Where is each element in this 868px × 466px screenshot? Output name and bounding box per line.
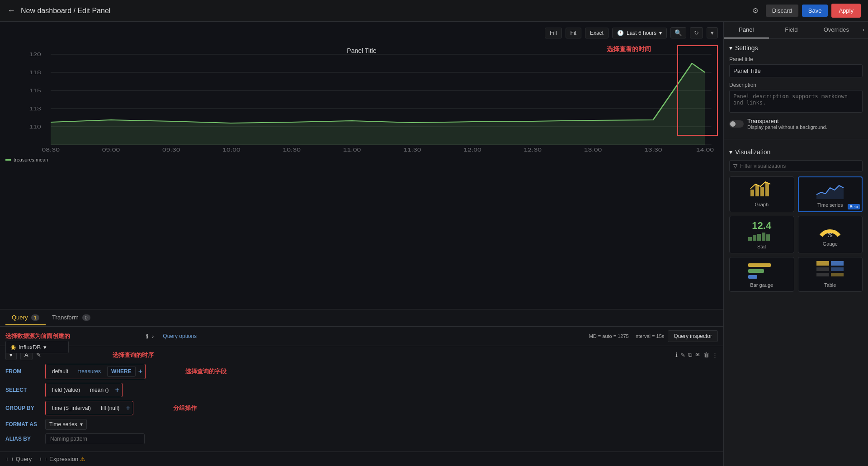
apply-button[interactable]: Apply	[831, 4, 861, 18]
select-row: SELECT field (value) mean () +	[5, 383, 718, 397]
topbar: ← New dashboard / Edit Panel ⚙ Discard S…	[0, 0, 868, 22]
datasource-label: InfluxDB	[19, 344, 41, 351]
svg-text:118: 118	[29, 70, 41, 75]
viz-gauge-label: Gauge	[802, 241, 859, 247]
settings-title: ▾ Settings	[729, 44, 863, 52]
svg-rect-25	[755, 185, 759, 196]
query-icon-6[interactable]: ⋮	[712, 352, 718, 359]
fit-button[interactable]: Fit	[566, 28, 581, 38]
alias-input[interactable]	[45, 433, 145, 444]
right-tab-panel[interactable]: Panel	[724, 22, 769, 38]
format-select[interactable]: Time series ▾	[45, 419, 87, 430]
query-options-link[interactable]: Query options	[157, 331, 202, 342]
influxdb-icon: ◉	[10, 343, 16, 351]
chart-container: 120 118 115 113 110 08:30 09:00 09:30 10…	[5, 45, 718, 163]
collapse-viz-icon[interactable]: ▾	[729, 148, 732, 156]
viz-graph-label: Graph	[733, 202, 790, 207]
svg-rect-26	[760, 187, 764, 196]
chevron-down-icon: ▾	[43, 344, 47, 351]
viz-timeseries[interactable]: Time series Beta	[798, 176, 863, 212]
info-icon[interactable]: ℹ	[146, 333, 148, 340]
add-group-button[interactable]: +	[126, 404, 130, 412]
aliasBy-label: ALIAS BY	[5, 436, 42, 442]
svg-marker-23	[51, 63, 705, 145]
query-badge: 1	[31, 314, 39, 321]
table-preview-svg	[816, 261, 844, 279]
filter-icon: ▽	[733, 163, 737, 169]
more-button[interactable]: ▾	[707, 27, 718, 38]
svg-text:13:30: 13:30	[644, 147, 662, 152]
groupby-label: GROUP BY	[5, 405, 42, 411]
save-button[interactable]: Save	[802, 5, 828, 17]
query-inspector-button[interactable]: Query inspector	[668, 330, 718, 342]
add-expression-button[interactable]: + + Expression ⚠	[39, 456, 85, 462]
beta-badge: Beta	[848, 204, 860, 209]
groupby-row: GROUP BY time ($_interval) fill (null) +…	[5, 401, 718, 415]
refresh-button[interactable]: ↻	[690, 27, 703, 38]
viz-graph[interactable]: Graph	[729, 176, 794, 212]
settings-icon[interactable]: ⚙	[752, 6, 759, 15]
collapse-settings-icon[interactable]: ▾	[729, 44, 732, 52]
query-a-row: ▾ A ✎ 选择查询的时序 ℹ ✎ ⧉ 👁 🗑 ⋮	[5, 350, 718, 360]
query-icon-4[interactable]: 👁	[695, 352, 701, 359]
svg-rect-42	[816, 273, 829, 276]
add-select-button[interactable]: +	[115, 386, 119, 394]
right-tab-overrides[interactable]: Overrides	[814, 22, 859, 38]
query-icon-2[interactable]: ✎	[680, 352, 685, 359]
plus-icon: +	[5, 456, 9, 462]
svg-text:11:30: 11:30	[403, 147, 421, 152]
formatas-row: FORMAT AS Time series ▾	[5, 419, 718, 430]
legend-color	[5, 159, 11, 161]
viz-gauge[interactable]: 79 Gauge	[798, 216, 863, 253]
time-selector[interactable]: 🕐 Last 6 hours ▾	[612, 28, 667, 38]
select-field[interactable]: field (value)	[48, 385, 84, 395]
from-default[interactable]: default	[48, 366, 72, 376]
svg-rect-39	[831, 261, 844, 266]
viz-bargauge[interactable]: Bar gauge	[729, 257, 794, 292]
description-textarea[interactable]	[729, 90, 863, 113]
query-icon-5[interactable]: 🗑	[703, 352, 709, 359]
panel-area: Fill Fit Exact 🕐 Last 6 hours ▾ 🔍 ↻ ▾ 选择…	[0, 22, 723, 466]
format-value: Time series	[49, 421, 77, 428]
svg-rect-43	[831, 273, 844, 276]
tab-query[interactable]: Query 1	[5, 310, 46, 325]
group-fill[interactable]: fill (null)	[97, 403, 123, 413]
back-button[interactable]: ←	[7, 6, 15, 15]
datasource-select[interactable]: ◉ InfluxDB ▾	[5, 341, 69, 353]
select-box: field (value) mean () +	[45, 383, 123, 397]
expand-right-icon[interactable]: ›	[859, 22, 868, 38]
svg-rect-38	[816, 261, 829, 266]
svg-rect-36	[748, 269, 764, 273]
query-icon-3[interactable]: ⧉	[688, 352, 692, 359]
viz-stat[interactable]: 12.4 Stat	[729, 216, 794, 253]
chart-legend: treasures.mean	[5, 157, 718, 162]
graph-toolbar: Fill Fit Exact 🕐 Last 6 hours ▾ 🔍 ↻ ▾	[545, 27, 718, 38]
datasource-row: 选择数据源为前面创建的 ◉ InfluxDB ▾ ℹ › Query optio…	[0, 327, 723, 346]
right-tab-field[interactable]: Field	[769, 22, 814, 38]
viz-table[interactable]: Table	[798, 257, 863, 292]
description-label: Description	[729, 82, 863, 88]
panel-title-input[interactable]	[729, 64, 863, 77]
viz-filter[interactable]: ▽ Filter visualizations	[729, 160, 863, 172]
transparent-toggle[interactable]	[729, 120, 744, 128]
query-icon-1[interactable]: ℹ	[675, 352, 678, 359]
zoom-button[interactable]: 🔍	[670, 27, 686, 38]
annotation-timeseries: 选择查询的时序	[113, 351, 154, 359]
exact-button[interactable]: Exact	[585, 28, 609, 38]
group-time[interactable]: time ($_interval)	[48, 403, 94, 413]
svg-rect-29	[748, 237, 752, 241]
from-label: FROM	[5, 368, 42, 375]
right-panel: Panel Field Overrides › ▾ Settings Panel…	[723, 22, 868, 466]
fill-button[interactable]: Fill	[545, 28, 561, 38]
select-mean[interactable]: mean ()	[86, 385, 112, 395]
legend-label: treasures.mean	[14, 157, 48, 162]
tab-transform[interactable]: Transform 0	[46, 310, 97, 325]
discard-button[interactable]: Discard	[766, 5, 798, 17]
annotation-field: 选择查询的字段	[185, 367, 226, 376]
from-table[interactable]: treasures	[75, 366, 104, 376]
transparent-desc: Display panel without a background.	[747, 124, 827, 130]
transparent-label: Transparent	[747, 118, 827, 124]
graph-area: Fill Fit Exact 🕐 Last 6 hours ▾ 🔍 ↻ ▾ 选择…	[0, 22, 723, 309]
add-where-button[interactable]: +	[138, 367, 142, 376]
add-query-button[interactable]: + + Query	[5, 456, 32, 462]
